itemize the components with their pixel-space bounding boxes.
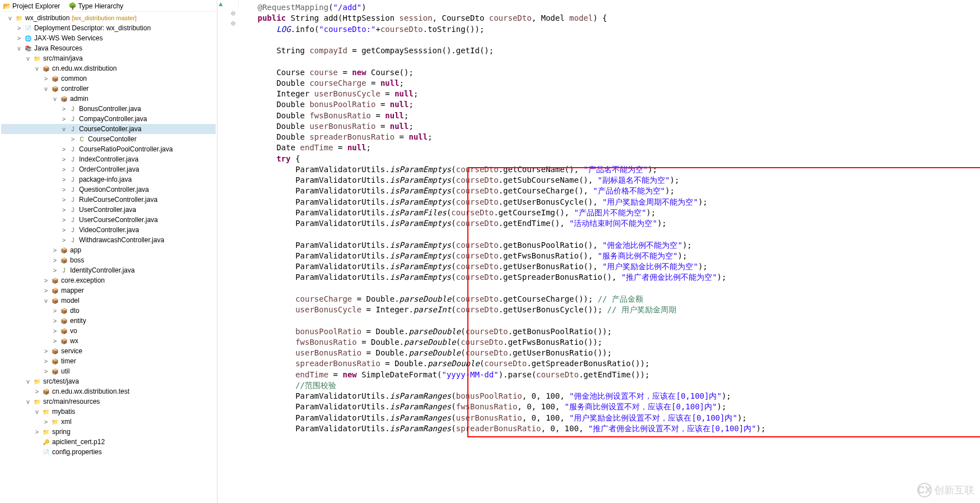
code-content[interactable]: @RequestMapping("/add") public String ad… [217, 0, 980, 434]
expand-icon[interactable]: > [50, 307, 59, 314]
item-icon: 📦 [50, 286, 59, 295]
expand-icon[interactable]: > [59, 196, 68, 203]
item-icon: J [68, 165, 77, 174]
tree-item[interactable]: v📦model [1, 296, 216, 306]
expand-icon[interactable]: v [24, 378, 32, 385]
expand-icon[interactable]: > [68, 136, 77, 142]
tree-item[interactable]: >📦entity [1, 316, 216, 326]
expand-icon[interactable]: v [32, 65, 41, 72]
tree-item[interactable]: >JIdentityController.java [1, 265, 216, 275]
expand-icon[interactable]: > [32, 388, 41, 395]
expand-icon[interactable]: > [59, 146, 68, 153]
expand-icon[interactable]: > [15, 35, 24, 41]
expand-icon[interactable]: > [50, 257, 59, 264]
expand-icon[interactable]: > [59, 206, 68, 213]
expand-icon[interactable]: v [41, 85, 50, 92]
project-tree[interactable]: v 📁 wx_distribution [wx_distribution mas… [1, 12, 216, 458]
tree-item[interactable]: >📦boss [1, 255, 216, 265]
expand-icon[interactable]: > [59, 216, 68, 223]
tree-item[interactable]: vJCourseContoller.java [1, 124, 216, 134]
tree-item[interactable]: v📁mybatis [1, 407, 216, 417]
tree-item[interactable]: >JBonusController.java [1, 104, 216, 114]
item-icon: J [68, 185, 77, 194]
tree-item[interactable]: >📦app [1, 245, 216, 255]
expand-icon[interactable]: > [41, 287, 50, 294]
expand-icon[interactable]: > [50, 247, 59, 253]
tree-item[interactable]: >JOrderController.java [1, 164, 216, 174]
expand-icon[interactable]: v [6, 15, 15, 21]
expand-icon[interactable]: v [24, 55, 32, 62]
expand-icon[interactable]: > [50, 317, 59, 324]
expand-icon[interactable]: > [41, 368, 50, 375]
expand-icon[interactable]: > [32, 428, 41, 435]
fold-icon[interactable]: ⊖ [230, 10, 236, 16]
tree-item[interactable]: >📦wx [1, 336, 216, 346]
tab-type-hierarchy[interactable]: Type Hierarchy [78, 2, 123, 10]
tree-item[interactable]: >📁spring [1, 427, 216, 437]
expand-icon[interactable]: > [50, 338, 59, 344]
tree-item[interactable]: >JIndexController.java [1, 154, 216, 164]
tree-item[interactable]: >JRuleCourseController.java [1, 195, 216, 205]
tree-item[interactable]: >JUserCourseController.java [1, 215, 216, 225]
expand-icon[interactable]: v [50, 95, 59, 102]
tree-item[interactable]: v📁src/test/java [1, 376, 216, 386]
tree-item[interactable]: >JWithdrawcashController.java [1, 235, 216, 245]
expand-icon[interactable]: > [59, 105, 68, 112]
expand-icon[interactable]: > [59, 186, 68, 193]
tree-item[interactable]: >JVideoController.java [1, 225, 216, 235]
expand-icon[interactable]: > [50, 327, 59, 334]
tree-item[interactable]: >📦common [1, 73, 216, 84]
tree-item[interactable]: >🌐JAX-WS Web Services [1, 33, 216, 43]
tree-item[interactable]: >JUserController.java [1, 205, 216, 215]
expand-icon[interactable]: > [59, 166, 68, 173]
expand-icon[interactable]: > [59, 176, 68, 183]
tree-item[interactable]: >JCompayController.java [1, 114, 216, 124]
expand-icon[interactable]: v [32, 408, 41, 415]
expand-icon[interactable]: v [24, 398, 32, 405]
tree-item[interactable]: >JCourseRatioPoolController.java [1, 144, 216, 154]
expand-icon[interactable]: v [15, 45, 24, 52]
tree-item[interactable]: v📦cn.edu.wx.distribution [1, 63, 216, 73]
tree-item[interactable]: v📚Java Resources [1, 43, 216, 53]
expand-icon[interactable]: > [50, 267, 59, 274]
expand-icon[interactable]: v [41, 297, 50, 304]
tree-root[interactable]: v 📁 wx_distribution [wx_distribution mas… [1, 13, 216, 23]
expand-icon[interactable]: > [59, 237, 68, 243]
tree-label: common [61, 75, 87, 82]
tree-item[interactable]: 🔑apiclient_cert.p12 [1, 437, 216, 447]
expand-icon[interactable]: > [41, 277, 50, 284]
expand-icon[interactable]: > [59, 156, 68, 163]
tree-item[interactable]: v📦admin [1, 94, 216, 104]
fold-icon[interactable]: ⊖ [230, 20, 236, 26]
tree-item[interactable]: v📁src/main/java [1, 53, 216, 63]
tree-item[interactable]: >JQuestionController.java [1, 184, 216, 195]
tree-item[interactable]: >Jpackage-info.java [1, 174, 216, 184]
tab-project-explorer[interactable]: Project Explorer [12, 2, 60, 10]
expand-icon[interactable]: > [41, 418, 50, 425]
tree-item[interactable]: >📦mapper [1, 285, 216, 296]
expand-icon[interactable]: > [41, 358, 50, 364]
tree-item[interactable]: v📦controller [1, 84, 216, 94]
tree-item[interactable]: >📦cn.edu.wx.distribution.test [1, 386, 216, 396]
tree-item[interactable]: >📦timer [1, 356, 216, 366]
tree-item[interactable]: >📦vo [1, 326, 216, 336]
tree-item[interactable]: v📁src/main/resources [1, 396, 216, 407]
tree-item[interactable]: >📄Deployment Descriptor: wx_distribution [1, 23, 216, 33]
tree-label: CourseContoller [88, 135, 137, 143]
expand-icon[interactable]: > [59, 227, 68, 233]
tree-item[interactable]: >📦util [1, 366, 216, 376]
tree-item[interactable]: >CCourseContoller [1, 134, 216, 144]
expand-icon[interactable]: v [59, 126, 68, 132]
item-icon: 📦 [50, 74, 59, 83]
tree-item[interactable]: >📦core.exception [1, 275, 216, 285]
tree-item[interactable]: 📄config.properties [1, 447, 216, 457]
code-editor[interactable]: ⊖ ⊖ ▲ @RequestMapping("/add") public Str… [217, 0, 980, 503]
expand-icon[interactable]: > [59, 116, 68, 122]
tree-item[interactable]: >📦dto [1, 306, 216, 316]
project-explorer-panel[interactable]: 📂 Project Explorer 🌳 Type Hierarchy v 📁 … [0, 0, 217, 503]
expand-icon[interactable]: > [41, 75, 50, 82]
expand-icon[interactable]: > [41, 348, 50, 354]
tree-item[interactable]: >📁xml [1, 417, 216, 427]
tree-item[interactable]: >📦service [1, 346, 216, 356]
expand-icon[interactable]: > [15, 25, 24, 31]
